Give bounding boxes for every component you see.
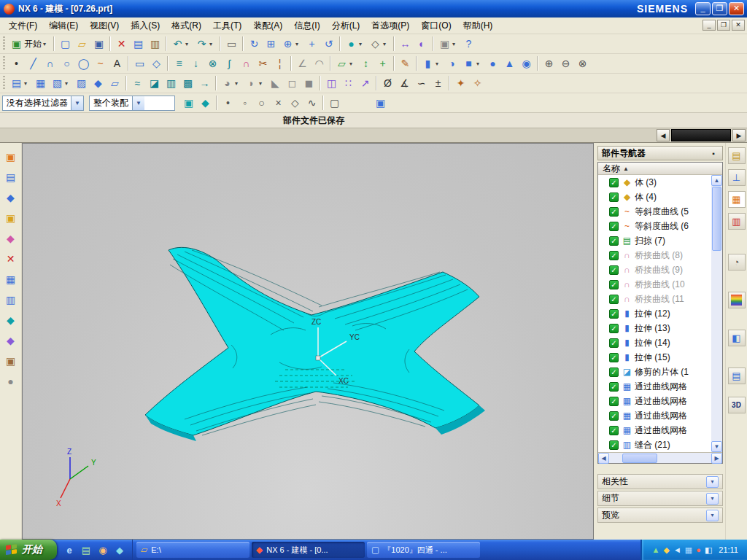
navigator-item[interactable]: ✓▦通过曲线网格 — [598, 423, 711, 438]
left-tool-3-button[interactable]: ◆ — [2, 190, 20, 206]
tree-vertical-scrollbar[interactable]: ▲ ▼ — [711, 175, 722, 452]
assembly-navigator-tab[interactable]: ▤ — [728, 147, 746, 164]
through-curve-mesh-button[interactable]: ▦ — [32, 75, 49, 92]
navigator-item[interactable]: ✓◪修剪的片体 (1 — [598, 365, 711, 379]
polygon-button[interactable]: ◇ — [148, 55, 165, 72]
visibility-checkbox[interactable]: ✓ — [609, 236, 619, 246]
combo-dropdown-icon[interactable]: ▼ — [132, 96, 144, 110]
layers-tab[interactable]: ▤ — [728, 368, 746, 384]
navigator-item[interactable]: ✓~等斜度曲线 (5 — [598, 204, 711, 219]
menu-help[interactable]: 帮助(H) — [457, 18, 499, 34]
copy-button[interactable]: ▤ — [130, 36, 147, 52]
menu-view[interactable]: 视图(V) — [84, 18, 125, 34]
navigator-item[interactable]: ✓▮拉伸 (12) — [598, 306, 711, 321]
media-player-quicklaunch[interactable]: ◉ — [96, 543, 109, 556]
tray-network-icon[interactable]: ▦ — [685, 545, 692, 555]
expand-chevron-icon[interactable]: ▾ — [706, 476, 719, 488]
visibility-checkbox[interactable]: ✓ — [609, 192, 619, 202]
visibility-checkbox[interactable]: ✓ — [609, 338, 619, 348]
show-desktop-quicklaunch[interactable]: ▤ — [80, 543, 93, 556]
expand-chevron-icon[interactable]: ▾ — [706, 493, 719, 505]
rectangle-select-button[interactable]: ▢ — [326, 95, 343, 112]
datum-axis-button[interactable]: ↕ — [357, 55, 374, 72]
constraint-navigator-tab[interactable]: ⊥ — [728, 169, 746, 186]
text-button[interactable]: A — [109, 55, 125, 72]
block-button[interactable]: ■▾ — [460, 55, 484, 72]
chamfer-button[interactable]: ◣ — [267, 75, 284, 92]
visibility-checkbox[interactable]: ✓ — [609, 426, 619, 435]
save-button[interactable]: ▣ — [90, 36, 107, 52]
navigator-item[interactable]: ✓∩桥接曲线 (10 — [598, 277, 711, 292]
project-curve-button[interactable]: ↓ — [187, 55, 204, 72]
taskbar-button-nx[interactable]: ◆NX 6 - 建模 - [0... — [252, 542, 365, 558]
cylinder-button[interactable]: ● — [484, 55, 501, 72]
snap-center-button[interactable]: ○ — [253, 95, 270, 112]
snap-intersection-button[interactable]: × — [270, 95, 287, 112]
left-tool-11-button[interactable]: ▣ — [2, 353, 20, 370]
datum-plane-button[interactable]: ▱▾ — [333, 55, 357, 72]
offset-surface-button[interactable]: ≈ — [129, 75, 146, 92]
scroll-down-button[interactable]: ▼ — [711, 441, 722, 452]
palettes-tab[interactable] — [728, 292, 746, 308]
thicken-button[interactable]: ◼ — [301, 75, 317, 92]
edge-blend-button[interactable]: ◗▾ — [243, 75, 267, 92]
scroll-right-button[interactable]: ▶ — [711, 453, 722, 464]
menu-window[interactable]: 窗口(O) — [415, 18, 457, 34]
zoom-button[interactable]: ⊕▾ — [279, 36, 303, 52]
tray-ime-icon[interactable]: ◧ — [705, 545, 712, 555]
scroll-left-button[interactable]: ◀ — [598, 453, 609, 464]
subtract-button[interactable]: ⊖ — [557, 55, 574, 72]
taskbar-button-explorer[interactable]: ▱E:\ — [136, 542, 249, 558]
move-object-button[interactable]: ↔ — [397, 36, 414, 52]
visibility-checkbox[interactable]: ✓ — [609, 397, 619, 406]
swept-button[interactable]: ▧▾ — [49, 75, 73, 92]
navigator-item[interactable]: ✓▮拉伸 (14) — [598, 335, 711, 350]
navigator-item[interactable]: ✓▮拉伸 (15) — [598, 350, 711, 365]
navigator-item[interactable]: ✓▦通过曲线网格 — [598, 408, 711, 423]
expand-chevron-icon[interactable]: ▾ — [706, 510, 719, 521]
tray-volume-icon[interactable]: ◄ — [673, 545, 681, 554]
close-button[interactable]: ✕ — [729, 2, 744, 15]
menu-information[interactable]: 信息(I) — [288, 18, 325, 34]
new-button[interactable]: ▢ — [57, 36, 74, 52]
navigator-item[interactable]: ✓∩桥接曲线 (9) — [598, 262, 711, 277]
section-details[interactable]: 细节▾ — [597, 491, 723, 506]
hd3d-tab[interactable]: 3D — [728, 397, 746, 413]
revolve-button[interactable]: ◑ — [444, 55, 460, 72]
left-tool-12-button[interactable]: ● — [2, 373, 20, 390]
history-tab[interactable]: ◔ — [728, 254, 746, 271]
datum-csys-button[interactable]: + — [374, 55, 391, 72]
visibility-checkbox[interactable]: ✓ — [609, 265, 619, 275]
trimmed-sheet-button[interactable]: ◪ — [146, 75, 163, 92]
scrollbar-thumb[interactable] — [671, 129, 731, 141]
child-close-button[interactable]: ✕ — [732, 20, 745, 31]
menu-file[interactable]: 文件(F) — [3, 18, 43, 34]
tray-antivirus-icon[interactable]: ▲ — [652, 545, 660, 554]
selection-scope-combo[interactable]: 整个装配 ▼ — [89, 96, 175, 111]
navigator-item[interactable]: ✓◆体 (4) — [598, 190, 711, 204]
menu-analysis[interactable]: 分析(L) — [326, 18, 366, 34]
menu-format[interactable]: 格式(R) — [166, 18, 207, 34]
rotate-button[interactable]: ↺ — [320, 36, 337, 52]
ruled-button[interactable]: ▨ — [73, 75, 90, 92]
navigator-item[interactable]: ✓∩桥接曲线 (8) — [598, 248, 711, 262]
tray-update-icon[interactable]: ◆ — [663, 545, 669, 555]
bounded-plane-button[interactable]: ▱ — [107, 75, 123, 92]
tray-im-icon[interactable]: ● — [696, 545, 701, 554]
left-tool-6-button[interactable]: ✕ — [2, 251, 20, 268]
menu-assemblies[interactable]: 装配(A) — [247, 18, 288, 34]
angle-analysis-button[interactable]: ∡ — [396, 75, 413, 92]
menu-edit[interactable]: 编辑(E) — [43, 18, 84, 34]
visibility-checkbox[interactable]: ✓ — [609, 353, 619, 362]
pattern-feature-button[interactable]: ∷ — [340, 75, 357, 92]
n-sided-surface-button[interactable]: ◆ — [90, 75, 107, 92]
selection-filter-combo[interactable]: 没有选择过滤器 ▼ — [2, 96, 84, 111]
fillet-curve-button[interactable]: ◠ — [311, 55, 328, 72]
visibility-checkbox[interactable]: ✓ — [609, 411, 619, 421]
visibility-checkbox[interactable]: ✓ — [609, 309, 619, 319]
left-tool-1-button[interactable]: ▣ — [2, 149, 20, 166]
left-tool-2-button[interactable]: ▤ — [2, 169, 20, 186]
snap-quadrant-button[interactable]: ◇ — [287, 95, 303, 112]
snap-midpoint-button[interactable]: ◦ — [236, 95, 253, 112]
left-tool-5-button[interactable]: ◆ — [2, 230, 20, 247]
